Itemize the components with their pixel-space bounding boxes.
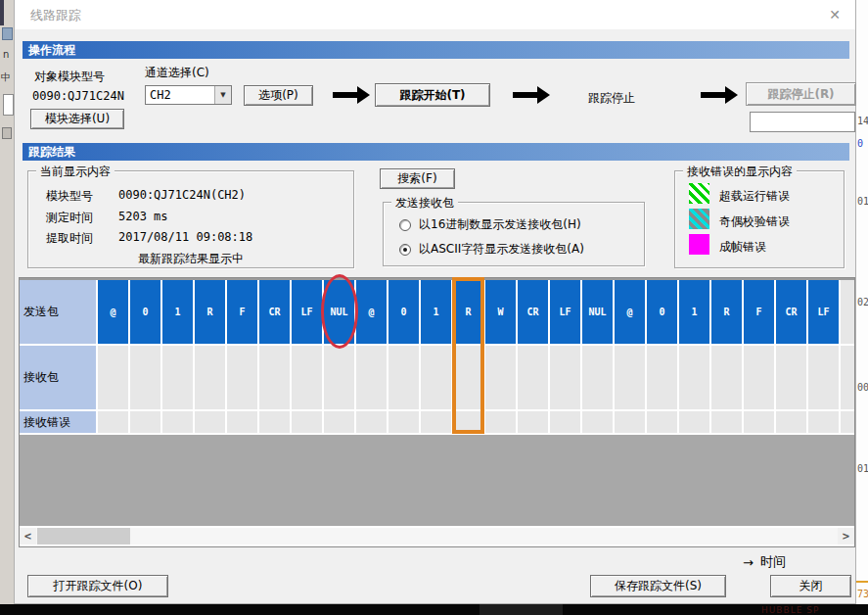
packet-cell[interactable] (324, 346, 354, 409)
packet-cell[interactable] (130, 411, 160, 433)
packet-cell[interactable]: LF (292, 280, 322, 344)
packet-cell[interactable] (292, 346, 322, 409)
packet-cell[interactable] (550, 346, 580, 409)
close-button[interactable]: 关闭 (770, 575, 851, 597)
background-number: 01 (857, 196, 868, 207)
packet-cell[interactable] (776, 411, 806, 433)
radio-hex-display[interactable]: 以16进制数显示发送接收包(H) (399, 216, 581, 233)
packet-cell[interactable] (744, 346, 774, 409)
packet-cell[interactable]: R (195, 280, 225, 344)
packet-cell[interactable] (388, 346, 419, 409)
radio-icon[interactable] (399, 219, 411, 231)
table-filler (841, 411, 854, 433)
packet-cell[interactable]: 1 (421, 280, 451, 344)
background-number: 73 (857, 589, 868, 599)
module-select-button[interactable]: 模块选择(U) (30, 109, 124, 129)
open-trace-file-button[interactable]: 打开跟踪文件(O) (27, 575, 168, 597)
cyan-hatch-swatch-icon (689, 209, 709, 229)
status-textbox[interactable] (750, 112, 855, 132)
packet-cell[interactable]: NUL (582, 280, 613, 344)
packet-cell[interactable]: R (711, 280, 742, 344)
packet-cell[interactable] (324, 411, 354, 433)
packet-cell[interactable]: @ (356, 280, 387, 344)
packet-cell[interactable] (98, 346, 128, 409)
packet-cell[interactable] (162, 411, 193, 433)
options-button[interactable]: 选项(P) (244, 85, 313, 106)
radio-icon[interactable] (399, 244, 411, 256)
packet-cell[interactable] (388, 411, 419, 433)
packet-cell[interactable] (130, 346, 160, 409)
packet-cell[interactable] (162, 346, 193, 409)
packet-cell[interactable] (453, 346, 483, 409)
radio-ascii-display[interactable]: 以ASCII字符显示发送接收包(A) (399, 241, 584, 258)
packet-cell[interactable]: @ (615, 280, 645, 344)
packet-cell[interactable]: F (744, 280, 774, 344)
packet-cell[interactable] (615, 411, 645, 433)
extract-time-label: 提取时间 (46, 230, 93, 247)
packet-cell[interactable] (711, 411, 742, 433)
packet-cell[interactable] (485, 411, 516, 433)
packet-cell[interactable]: LF (550, 280, 580, 344)
packet-cell[interactable] (356, 346, 387, 409)
packet-cell[interactable]: CR (518, 280, 548, 344)
packet-cell[interactable]: 0 (130, 280, 160, 344)
background-fragment (480, 604, 563, 615)
chevron-down-icon[interactable]: ▼ (214, 86, 231, 104)
channel-select-dropdown[interactable]: CH2 ▼ (145, 85, 232, 105)
packet-cell[interactable] (647, 346, 677, 409)
horizontal-scrollbar[interactable]: < > (20, 528, 854, 544)
measure-time-label: 测定时间 (46, 210, 93, 226)
packet-cell[interactable] (615, 346, 645, 409)
packet-cell[interactable] (744, 411, 774, 433)
packet-cell[interactable] (98, 411, 128, 433)
packet-cell[interactable]: F (227, 280, 257, 344)
packet-cell[interactable]: 0 (388, 280, 419, 344)
packet-cell[interactable] (808, 346, 839, 409)
background-text: HUBBLE SP (761, 605, 819, 615)
packet-cell[interactable] (485, 346, 516, 409)
packet-cell[interactable]: 0 (647, 280, 677, 344)
packet-cell[interactable] (518, 411, 548, 433)
packet-cell[interactable] (776, 346, 806, 409)
packet-cell[interactable]: NUL (324, 280, 354, 344)
packet-cell[interactable] (356, 411, 387, 433)
search-button[interactable]: 搜索(F) (380, 168, 455, 189)
packet-cell[interactable] (453, 411, 483, 433)
packet-cell[interactable] (195, 346, 225, 409)
packet-cell[interactable] (582, 346, 613, 409)
packet-cell[interactable] (518, 346, 548, 409)
packet-cell[interactable] (808, 411, 839, 433)
scrollbar-thumb[interactable] (37, 528, 130, 544)
packet-cell[interactable] (582, 411, 613, 433)
packet-cell[interactable]: @ (98, 280, 128, 344)
packet-cell[interactable] (550, 411, 580, 433)
scroll-right-icon[interactable]: > (838, 528, 854, 544)
packet-cell[interactable] (292, 411, 322, 433)
packet-cell[interactable] (421, 346, 451, 409)
packet-cell[interactable]: LF (808, 280, 839, 344)
packet-cell[interactable] (679, 411, 709, 433)
packet-cell[interactable] (421, 411, 451, 433)
packet-cell[interactable] (227, 411, 257, 433)
packet-cell[interactable]: CR (776, 280, 806, 344)
scroll-left-icon[interactable]: < (20, 528, 36, 544)
packet-cell[interactable]: CR (259, 280, 290, 344)
trace-start-button[interactable]: 跟踪开始(T) (375, 83, 490, 107)
time-text: 时间 (760, 553, 786, 571)
packet-cell[interactable] (227, 346, 257, 409)
packet-cell[interactable] (711, 346, 742, 409)
packet-cell[interactable] (195, 411, 225, 433)
packet-cell[interactable] (647, 411, 677, 433)
packet-cell[interactable] (679, 346, 709, 409)
packet-cell[interactable] (259, 411, 290, 433)
background-number: 00 (857, 382, 868, 393)
packet-cell[interactable] (259, 346, 290, 409)
save-trace-file-button[interactable]: 保存跟踪文件(S) (590, 575, 726, 597)
trace-stop-button[interactable]: 跟踪停止(R) (746, 82, 856, 106)
packet-cell[interactable]: 1 (679, 280, 709, 344)
background-line (856, 581, 868, 583)
packet-cell[interactable]: R (453, 280, 483, 344)
packet-cell[interactable]: 1 (162, 280, 193, 344)
packet-cell[interactable]: W (485, 280, 516, 344)
close-icon[interactable]: ✕ (824, 5, 845, 24)
